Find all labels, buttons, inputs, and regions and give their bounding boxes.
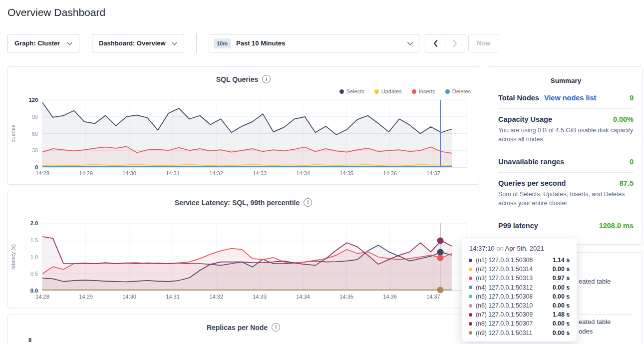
summary-row-label: Unavailable ranges <box>498 158 564 166</box>
svg-text:14:33: 14:33 <box>253 294 267 300</box>
node-address: (n8) 127.0.0.1:50307 <box>476 320 533 327</box>
svg-text:90: 90 <box>32 114 38 120</box>
node-color-dot <box>469 259 472 262</box>
tooltip-node-row: (n1) 127.0.0.1:503061.14 s <box>469 256 570 265</box>
sql-queries-title-row: SQL Queries i <box>8 75 479 83</box>
svg-text:1.5: 1.5 <box>30 237 38 243</box>
time-window-badge: 10m <box>214 38 231 48</box>
node-address: (n7) 127.0.0.1:50309 <box>476 311 533 318</box>
service-latency-title-row: Service Latency: SQL, 99th percentile i <box>8 198 479 207</box>
node-address: (n1) 127.0.0.1:50306 <box>476 257 533 264</box>
page-title: Overview Dashboard <box>7 6 105 18</box>
summary-row: Queries per second87.5Sum of Selects, Up… <box>498 173 634 215</box>
summary-row-label: P99 latency <box>498 222 538 230</box>
step-forward-button[interactable] <box>445 34 465 52</box>
summary-panel: Summary Total NodesView nodes list9Capac… <box>489 66 643 245</box>
summary-row-description: Sum of Selects, Updates, Inserts, and De… <box>498 190 634 208</box>
summary-row-label: Total Nodes <box>498 94 539 102</box>
node-color-dot <box>469 286 472 289</box>
info-icon[interactable]: i <box>262 75 271 83</box>
node-address: (n6) 127.0.0.1:50310 <box>476 302 533 309</box>
node-color-dot <box>469 295 472 298</box>
node-latency-value: 1.14 s <box>553 257 570 264</box>
legend-item-selects: Selects <box>339 88 364 94</box>
toolbar-divider <box>196 33 197 53</box>
event-text-fragment: eated table <box>579 278 611 285</box>
svg-text:120: 120 <box>29 97 38 103</box>
tooltip-node-row: (n6) 127.0.0.1:503100.00 s <box>469 301 570 310</box>
svg-text:0.0: 0.0 <box>30 288 38 294</box>
chevron-down-icon <box>172 39 177 47</box>
summary-row-label: Capacity Usage <box>498 115 552 123</box>
tooltip-node-row: (n3) 127.0.0.1:503130.97 s <box>469 274 570 283</box>
svg-text:60: 60 <box>32 131 38 137</box>
time-window-label: Past 10 Minutes <box>236 39 402 47</box>
legend-dot <box>445 89 450 94</box>
now-button[interactable]: Now <box>468 34 499 52</box>
sql-queries-legend: SelectsUpdatesInsertsDeletes <box>339 88 471 94</box>
node-color-dot <box>469 322 472 326</box>
node-color-dot <box>469 313 472 317</box>
info-icon[interactable]: i <box>272 323 280 332</box>
sql-queries-panel: SQL Queries i SelectsUpdatesInsertsDelet… <box>7 66 479 185</box>
node-address: (n9) 127.0.0.1:50311 <box>476 330 532 337</box>
sql-queries-chart[interactable]: 030609012014:2814:2914:3014:3114:3214:33… <box>8 95 479 180</box>
svg-text:14:32: 14:32 <box>209 294 223 300</box>
dashboard-dropdown[interactable]: Dashboard: Overview <box>92 34 184 52</box>
summary-row-value: 9 <box>630 94 634 102</box>
sql-queries-title: SQL Queries <box>216 75 259 83</box>
node-latency-value: 0.00 s <box>553 330 570 337</box>
legend-label: Updates <box>381 88 402 94</box>
svg-text:latency (s): latency (s) <box>10 244 16 270</box>
legend-label: Inserts <box>419 88 435 94</box>
svg-text:0.5: 0.5 <box>30 271 38 277</box>
legend-dot <box>412 89 416 94</box>
node-address: (n2) 127.0.0.1:50314 <box>476 266 533 273</box>
svg-text:14:36: 14:36 <box>383 170 397 176</box>
info-icon[interactable]: i <box>304 198 312 207</box>
svg-text:14:36: 14:36 <box>383 294 397 300</box>
svg-text:14:35: 14:35 <box>339 170 353 176</box>
svg-text:14:37: 14:37 <box>426 294 440 300</box>
legend-label: Deletes <box>452 88 471 94</box>
summary-row-value: 0 <box>630 158 634 166</box>
node-color-dot <box>469 268 472 271</box>
replicas-title: Replicas per Node <box>207 324 268 332</box>
dashboard-dropdown-label: Dashboard: Overview <box>99 39 166 47</box>
svg-text:queries: queries <box>10 124 16 143</box>
view-nodes-list-link[interactable]: View nodes list <box>544 94 597 102</box>
svg-text:14:29: 14:29 <box>79 294 93 300</box>
replicas-title-row: Replicas per Node i <box>8 323 479 332</box>
svg-text:14:32: 14:32 <box>209 170 223 176</box>
tooltip-node-row: (n9) 127.0.0.1:503110.00 s <box>469 329 570 338</box>
svg-text:2.0: 2.0 <box>30 220 38 226</box>
svg-text:14:31: 14:31 <box>166 294 180 300</box>
time-range-selector[interactable]: 10m Past 10 Minutes <box>209 34 419 52</box>
legend-item-inserts: Inserts <box>412 88 435 94</box>
chevron-down-icon <box>67 39 72 47</box>
node-latency-value: 0.00 s <box>553 293 570 300</box>
svg-text:0: 0 <box>35 164 38 170</box>
tooltip-node-row: (n2) 127.0.0.1:503140.00 s <box>469 265 570 274</box>
summary-title: Summary <box>498 77 634 84</box>
node-address: (n3) 127.0.0.1:50313 <box>476 275 533 282</box>
chevron-down-icon <box>407 39 413 47</box>
summary-row: P99 latency1208.0 ms <box>498 215 634 236</box>
tooltip-timestamp: 14:37:10 on Apr 5th, 2021 <box>469 245 570 252</box>
legend-dot <box>339 89 344 94</box>
replicas-per-node-panel: Replicas per Node i 8 <box>7 315 479 344</box>
replicas-y-tick: 8 <box>28 337 31 343</box>
service-latency-panel: Service Latency: SQL, 99th percentile i … <box>7 190 479 308</box>
summary-row: Capacity Usage0.00%You are using 0 B of … <box>498 109 634 151</box>
summary-row: Unavailable ranges0 <box>498 151 634 173</box>
step-back-button[interactable] <box>425 34 445 52</box>
service-latency-chart[interactable]: 0.00.51.01.52.014:2814:2914:3014:3114:32… <box>8 219 479 304</box>
summary-row-value: 87.5 <box>620 179 634 187</box>
node-color-dot <box>469 331 472 335</box>
svg-text:14:33: 14:33 <box>253 170 267 176</box>
legend-dot <box>374 89 379 94</box>
svg-text:14:37: 14:37 <box>426 170 440 176</box>
graph-dropdown[interactable]: Graph: Cluster <box>7 34 79 52</box>
legend-label: Selects <box>346 88 364 94</box>
svg-text:14:28: 14:28 <box>35 294 49 300</box>
